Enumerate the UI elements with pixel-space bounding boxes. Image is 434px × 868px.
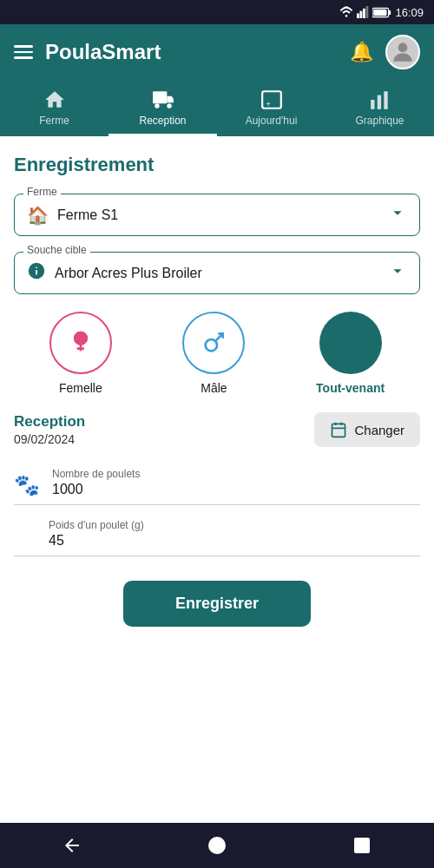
header-left: PoulaSmart [14, 40, 161, 64]
ferme-house-icon: 🏠 [27, 205, 49, 226]
ferme-label: Ferme [23, 186, 61, 198]
ferme-dropdown-icon [388, 203, 407, 227]
svg-point-7 [398, 43, 408, 52]
nav-tabs: Ferme Reception + Aujourd'hui Graphique [0, 80, 434, 136]
svg-point-21 [206, 339, 217, 351]
svg-rect-5 [389, 10, 391, 14]
svg-rect-15 [384, 91, 387, 109]
svg-rect-2 [363, 9, 365, 18]
souche-row: Arbor Acres Plus Broiler [27, 261, 407, 285]
tab-aujourdhui[interactable]: + Aujourd'hui [217, 80, 326, 136]
poids-label: Poids d'un poulet (g) [49, 519, 420, 531]
poids-value[interactable]: 45 [49, 533, 420, 549]
svg-rect-11 [262, 91, 281, 108]
ferme-row-left: 🏠 Ferme S1 [27, 205, 118, 226]
tab-reception[interactable]: Reception [108, 80, 217, 136]
reception-date-section: Reception 09/02/2024 [14, 413, 85, 446]
male-label: Mâle [201, 381, 227, 395]
all-label: Tout-venant [316, 381, 385, 395]
souche-info-icon [27, 261, 46, 285]
female-circle [49, 312, 112, 374]
recent-button[interactable] [346, 830, 378, 861]
enregistrer-button[interactable]: Enregistrer [123, 581, 311, 627]
svg-rect-1 [360, 11, 363, 18]
svg-rect-6 [374, 9, 387, 16]
souche-field[interactable]: Souche cible Arbor Acres Plus Broiler [14, 252, 420, 294]
status-icons: 16:09 [339, 6, 424, 19]
page-title: Enregistrement [14, 154, 420, 176]
svg-rect-23 [332, 424, 345, 437]
gender-selector: Femelle Mâle Tout-venant [14, 312, 420, 395]
tab-graphique[interactable]: Graphique [326, 80, 434, 136]
poids-content: Poids d'un poulet (g) 45 [49, 519, 420, 549]
female-label: Femelle [59, 381, 102, 395]
main-content: Enregistrement Ferme 🏠 Ferme S1 Souche c… [0, 136, 434, 823]
poids-icon [14, 521, 36, 549]
svg-point-10 [167, 103, 171, 108]
time-display: 16:09 [395, 6, 424, 19]
home-button[interactable] [201, 830, 233, 861]
souche-row-left: Arbor Acres Plus Broiler [27, 261, 202, 285]
wifi-icon [339, 6, 353, 18]
svg-point-9 [155, 103, 159, 108]
poids-row: Poids d'un poulet (g) 45 [14, 519, 420, 556]
notification-bell[interactable]: 🔔 [350, 41, 373, 63]
nombre-poulets-section: 🐾 Nombre de poulets 1000 [14, 468, 420, 505]
svg-text:+: + [266, 100, 270, 108]
male-circle [182, 312, 245, 374]
souche-dropdown-icon [388, 261, 407, 285]
all-circle [319, 312, 382, 374]
svg-rect-8 [153, 91, 167, 103]
nombre-poulets-content: Nombre de poulets 1000 [52, 468, 420, 497]
back-button[interactable] [56, 830, 88, 861]
submit-area: Enregistrer [14, 581, 420, 627]
menu-button[interactable] [14, 45, 33, 59]
nombre-poulets-value[interactable]: 1000 [52, 482, 420, 497]
svg-point-27 [208, 837, 226, 854]
ferme-row: 🏠 Ferme S1 [27, 203, 407, 227]
nombre-poulets-row: 🐾 Nombre de poulets 1000 [14, 468, 420, 505]
gender-female[interactable]: Femelle [49, 312, 112, 395]
change-date-button[interactable]: Changer [314, 412, 420, 447]
svg-rect-28 [354, 838, 370, 853]
reception-row: Reception 09/02/2024 Changer [14, 412, 420, 447]
battery-icon [372, 7, 391, 18]
svg-rect-14 [377, 95, 380, 109]
calendar-icon [330, 421, 347, 438]
svg-rect-0 [357, 13, 359, 18]
svg-rect-13 [371, 100, 374, 109]
poulets-icon: 🐾 [14, 473, 40, 497]
reception-date: 09/02/2024 [14, 432, 85, 446]
nombre-poulets-label: Nombre de poulets [52, 468, 420, 480]
poids-section: Poids d'un poulet (g) 45 [14, 519, 420, 556]
user-avatar[interactable] [385, 35, 420, 69]
gender-all[interactable]: Tout-venant [316, 312, 385, 395]
souche-label: Souche cible [23, 244, 90, 256]
souche-value: Arbor Acres Plus Broiler [55, 266, 202, 281]
reception-label: Reception [14, 413, 85, 431]
bottom-bar [0, 823, 434, 868]
status-bar: 16:09 [0, 0, 434, 24]
header-right: 🔔 [350, 35, 420, 69]
signal-icon [357, 6, 369, 18]
gender-male[interactable]: Mâle [182, 312, 245, 395]
svg-rect-3 [366, 6, 369, 18]
ferme-value: Ferme S1 [57, 207, 118, 223]
tab-ferme[interactable]: Ferme [0, 80, 108, 136]
app-title: PoulaSmart [45, 40, 161, 64]
header: PoulaSmart 🔔 [0, 24, 434, 80]
ferme-field[interactable]: Ferme 🏠 Ferme S1 [14, 194, 420, 236]
